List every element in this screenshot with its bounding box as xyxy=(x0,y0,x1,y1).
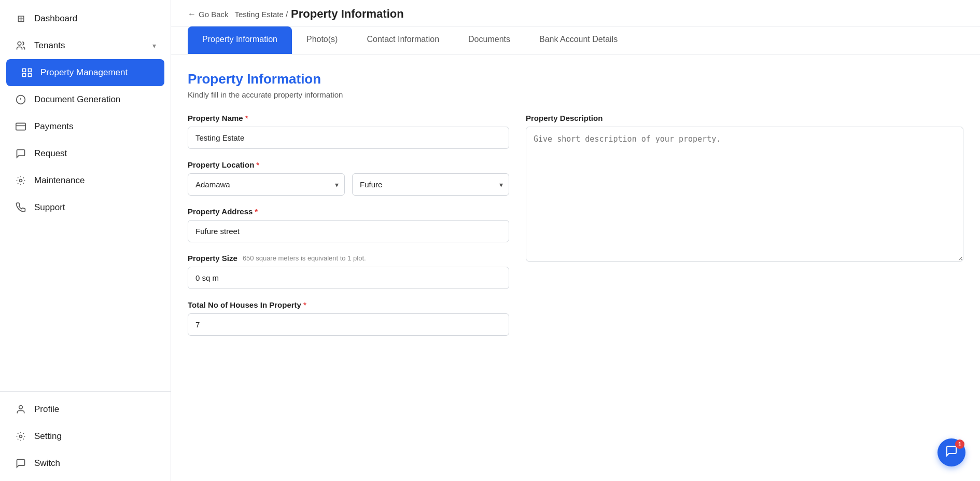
state-select[interactable]: Adamawa xyxy=(188,173,345,196)
dashboard-icon: ⊞ xyxy=(15,12,27,25)
description-textarea[interactable] xyxy=(526,127,963,262)
profile-icon xyxy=(15,403,27,416)
property-address-group: Property Address * xyxy=(188,207,509,242)
sidebar-item-property-management[interactable]: Property Management xyxy=(6,59,164,86)
breadcrumb-current-page: Property Information xyxy=(291,7,404,21)
property-location-required: * xyxy=(256,160,259,169)
city-select-wrap: Fufure ▾ xyxy=(352,173,509,196)
back-label: Go Back xyxy=(199,10,229,19)
svg-point-11 xyxy=(19,406,23,409)
description-label: Property Description xyxy=(526,114,963,122)
tenants-chevron-icon: ▾ xyxy=(152,42,156,50)
sidebar-bottom: Profile Setting Switch xyxy=(0,391,171,481)
sidebar-label-property-management: Property Management xyxy=(40,67,128,78)
back-button[interactable]: ← Go Back xyxy=(188,9,229,19)
sidebar-item-profile[interactable]: Profile xyxy=(0,396,171,423)
sidebar: ⊞ Dashboard Tenants ▾ Property Managemen… xyxy=(0,0,171,481)
property-name-input[interactable] xyxy=(188,127,509,149)
property-size-group: Property Size 650 square meters is equiv… xyxy=(188,254,509,289)
property-address-input[interactable] xyxy=(188,220,509,242)
tab-bank-account-details[interactable]: Bank Account Details xyxy=(525,26,632,54)
property-size-label: Property Size 650 square meters is equiv… xyxy=(188,254,509,263)
form-right-column: Property Description xyxy=(526,114,963,347)
property-address-label: Property Address * xyxy=(188,207,509,216)
sidebar-label-document-generation: Document Generation xyxy=(34,94,120,105)
tenants-icon xyxy=(15,39,27,52)
property-name-required: * xyxy=(245,114,248,122)
setting-icon xyxy=(15,430,27,443)
sidebar-label-dashboard: Dashboard xyxy=(34,13,77,24)
tab-contact-information[interactable]: Contact Information xyxy=(352,26,454,54)
tab-navigation: Property Information Photo(s) Contact In… xyxy=(171,26,980,54)
state-select-wrap: Adamawa ▾ xyxy=(188,173,345,196)
svg-rect-1 xyxy=(23,69,26,72)
form-layout: Property Name * Property Location * A xyxy=(188,114,963,347)
maintenance-icon xyxy=(15,174,27,187)
sidebar-item-setting[interactable]: Setting xyxy=(0,423,171,450)
tab-documents[interactable]: Documents xyxy=(454,26,525,54)
property-location-selects: Adamawa ▾ Fufure ▾ xyxy=(188,173,509,196)
sidebar-item-document-generation[interactable]: Document Generation xyxy=(0,86,171,113)
total-houses-group: Total No of Houses In Property * xyxy=(188,300,509,336)
top-bar: ← Go Back Testing Estate / Property Info… xyxy=(171,0,980,26)
chat-bubble[interactable]: 1 xyxy=(937,438,965,466)
svg-point-0 xyxy=(18,42,21,46)
form-left-column: Property Name * Property Location * A xyxy=(188,114,509,347)
property-location-group: Property Location * Adamawa ▾ Fufure xyxy=(188,160,509,196)
sidebar-label-request: Request xyxy=(34,148,67,159)
tab-property-information[interactable]: Property Information xyxy=(188,26,292,54)
chat-badge: 1 xyxy=(955,439,964,449)
payments-icon xyxy=(15,120,27,133)
total-houses-label: Total No of Houses In Property * xyxy=(188,300,509,309)
breadcrumb-estate: Testing Estate / xyxy=(235,10,288,19)
property-size-input[interactable] xyxy=(188,267,509,289)
sidebar-item-dashboard[interactable]: ⊞ Dashboard xyxy=(0,5,171,32)
svg-rect-8 xyxy=(16,123,25,130)
sidebar-item-maintenance[interactable]: Maintenance xyxy=(0,167,171,194)
switch-icon xyxy=(15,457,27,470)
sidebar-item-payments[interactable]: Payments xyxy=(0,113,171,140)
sidebar-nav: ⊞ Dashboard Tenants ▾ Property Managemen… xyxy=(0,0,171,391)
sidebar-label-support: Support xyxy=(34,202,65,213)
property-location-label: Property Location * xyxy=(188,160,509,169)
support-icon xyxy=(15,201,27,214)
form-area: Property Information Kindly fill in the … xyxy=(171,54,980,481)
sidebar-label-payments: Payments xyxy=(34,121,74,132)
sidebar-item-support[interactable]: Support xyxy=(0,194,171,221)
city-select[interactable]: Fufure xyxy=(352,173,509,196)
sidebar-item-request[interactable]: Request xyxy=(0,140,171,167)
property-name-label: Property Name * xyxy=(188,114,509,122)
main-content: ← Go Back Testing Estate / Property Info… xyxy=(171,0,980,481)
tab-photos[interactable]: Photo(s) xyxy=(292,26,352,54)
property-address-required: * xyxy=(255,207,258,216)
sidebar-label-tenants: Tenants xyxy=(34,40,65,51)
sidebar-item-tenants[interactable]: Tenants ▾ xyxy=(0,32,171,59)
sidebar-label-switch: Switch xyxy=(34,458,60,469)
form-title: Property Information xyxy=(188,71,963,87)
svg-rect-2 xyxy=(29,69,32,72)
total-houses-required: * xyxy=(303,300,306,309)
sidebar-label-setting: Setting xyxy=(34,431,62,442)
svg-point-12 xyxy=(20,435,22,438)
sidebar-item-switch[interactable]: Switch xyxy=(0,450,171,477)
property-management-icon xyxy=(21,66,33,79)
svg-rect-4 xyxy=(29,74,32,77)
form-subtitle: Kindly fill in the accurate property inf… xyxy=(188,90,963,99)
back-arrow-icon: ← xyxy=(188,9,196,19)
property-name-group: Property Name * xyxy=(188,114,509,149)
sidebar-label-profile: Profile xyxy=(34,404,59,415)
total-houses-input[interactable] xyxy=(188,313,509,336)
document-generation-icon xyxy=(15,93,27,106)
svg-rect-3 xyxy=(23,74,26,77)
svg-point-10 xyxy=(20,180,22,182)
property-size-hint: 650 square meters is equivalent to 1 plo… xyxy=(243,254,366,262)
request-icon xyxy=(15,147,27,160)
sidebar-label-maintenance: Maintenance xyxy=(34,175,85,186)
